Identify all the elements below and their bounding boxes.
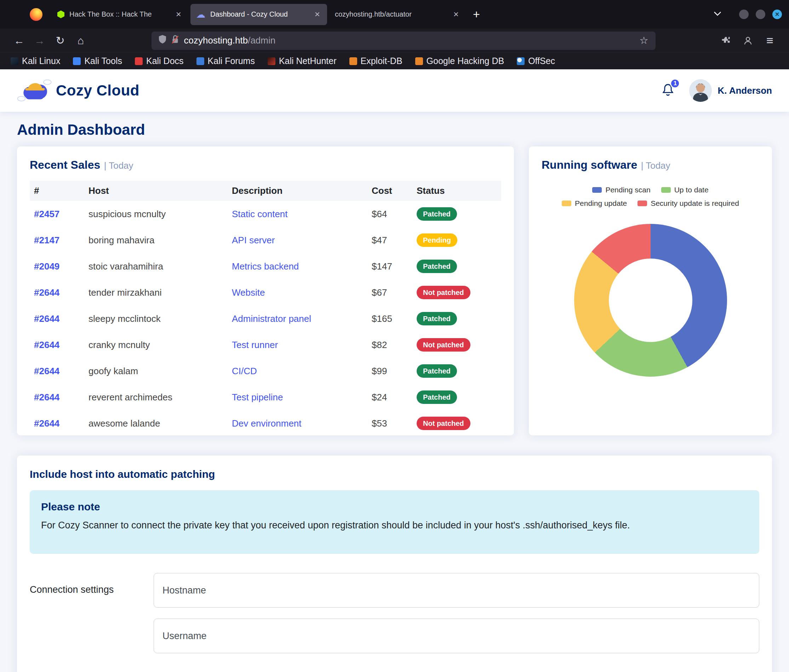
- window-close-button[interactable]: ×: [772, 10, 782, 19]
- sale-id-link[interactable]: #2644: [34, 392, 59, 403]
- host-cell: goofy kalam: [84, 358, 228, 384]
- bookmark-kali-forums[interactable]: Kali Forums: [196, 56, 255, 66]
- description-link[interactable]: Test runner: [232, 339, 278, 350]
- sale-id-link[interactable]: #2644: [34, 314, 59, 324]
- window-maximize-button[interactable]: [756, 10, 765, 19]
- bookmark-google-hacking-db[interactable]: Google Hacking DB: [415, 56, 505, 66]
- legend-swatch: [637, 201, 647, 206]
- table-row: #2644 reverent archimedes Test pipeline …: [30, 384, 501, 410]
- recent-sales-card: Recent Sales | Today # Host Description …: [17, 147, 514, 435]
- donut-chart: [574, 224, 727, 377]
- sale-id-link[interactable]: #2644: [34, 418, 59, 429]
- cost-cell: $99: [367, 358, 412, 384]
- description-link[interactable]: Administrator panel: [232, 314, 311, 324]
- list-all-tabs-chevron-icon[interactable]: [709, 8, 726, 21]
- window-minimize-button[interactable]: [739, 10, 749, 19]
- close-tab-icon[interactable]: ×: [313, 9, 321, 20]
- insecure-lock-icon[interactable]: [171, 35, 179, 46]
- table-row: #2644 goofy kalam CI/CD $99 Patched: [30, 358, 501, 384]
- column-header: Description: [228, 181, 367, 201]
- bookmark-offsec[interactable]: OffSec: [517, 56, 555, 66]
- bookmark-exploit-db[interactable]: Exploit-DB: [349, 56, 402, 66]
- account-icon[interactable]: [739, 32, 757, 50]
- url-bar[interactable]: cozyhosting.htb/admin ☆: [152, 32, 656, 50]
- close-tab-icon[interactable]: ×: [452, 9, 460, 20]
- brand-logo[interactable]: Cozy Cloud: [17, 76, 139, 105]
- reload-button[interactable]: ↻: [51, 32, 69, 50]
- tab-dashboard[interactable]: ☁ Dashboard - Cozy Cloud ×: [190, 4, 327, 25]
- window-controls: ×: [739, 10, 782, 19]
- description-link[interactable]: Dev environment: [232, 418, 302, 429]
- hostname-input[interactable]: [153, 573, 759, 608]
- column-header: Cost: [367, 181, 412, 201]
- legend-item: Security update is required: [637, 199, 739, 208]
- legend-item: Pending scan: [592, 186, 650, 194]
- cost-cell: $24: [367, 384, 412, 410]
- new-tab-button[interactable]: +: [468, 6, 485, 23]
- table-row: #2644 sleepy mcclintock Administrator pa…: [30, 306, 501, 332]
- bookmark-kali-docs[interactable]: Kali Docs: [135, 56, 184, 66]
- description-link[interactable]: Static content: [232, 209, 288, 219]
- legend-item: Up to date: [661, 186, 709, 194]
- bookmark-kali-linux[interactable]: Kali Linux: [11, 56, 60, 66]
- tab-title: Dashboard - Cozy Cloud: [210, 10, 308, 18]
- sale-id-link[interactable]: #2147: [34, 235, 59, 245]
- back-button[interactable]: ←: [10, 32, 28, 50]
- home-button[interactable]: ⌂: [72, 32, 90, 50]
- forward-button[interactable]: →: [30, 32, 49, 50]
- note-text: For Cozy Scanner to connect the private …: [41, 519, 748, 532]
- bell-icon: [661, 92, 675, 98]
- notifications-button[interactable]: 1: [659, 81, 677, 100]
- tracking-protection-shield-icon[interactable]: [158, 35, 166, 46]
- table-row: #2049 stoic varahamihira Metrics backend…: [30, 253, 501, 279]
- table-header-row: # Host Description Cost Status: [30, 181, 501, 201]
- page-title: Admin Dashboard: [17, 121, 772, 139]
- recent-sales-table: # Host Description Cost Status #2457 sus…: [30, 181, 501, 436]
- tab-hackthebox[interactable]: Hack The Box :: Hack The ×: [52, 4, 188, 25]
- status-badge: Not patched: [417, 286, 470, 299]
- column-header: Status: [412, 181, 501, 201]
- kali-docs-icon: [135, 57, 143, 65]
- sale-id-link[interactable]: #2644: [34, 366, 59, 376]
- description-link[interactable]: API server: [232, 235, 275, 245]
- bookmark-kali-nethunter[interactable]: Kali NetHunter: [268, 56, 337, 66]
- bookmark-star-icon[interactable]: ☆: [639, 35, 648, 46]
- table-row: #2644 cranky mcnulty Test runner $82 Not…: [30, 332, 501, 358]
- sale-id-link[interactable]: #2644: [34, 287, 59, 298]
- recent-sales-filter: | Today: [104, 160, 133, 171]
- host-cell: stoic varahamihira: [84, 253, 228, 279]
- note-title: Please note: [41, 501, 748, 513]
- kali-linux-icon: [11, 57, 18, 65]
- username-input[interactable]: [153, 619, 759, 653]
- url-text[interactable]: cozyhosting.htb/admin: [184, 35, 635, 46]
- google-hacking-db-icon: [415, 57, 423, 65]
- sale-id-link[interactable]: #2644: [34, 339, 59, 350]
- description-link[interactable]: Test pipeline: [232, 392, 283, 403]
- bookmark-kali-tools[interactable]: Kali Tools: [73, 56, 122, 66]
- sale-id-link[interactable]: #2049: [34, 261, 59, 272]
- firefox-logo-icon: [30, 8, 43, 21]
- menu-icon[interactable]: ≡: [761, 32, 779, 50]
- host-cell: tender mirzakhani: [84, 279, 228, 306]
- description-link[interactable]: Website: [232, 287, 265, 298]
- brand-name: Cozy Cloud: [56, 82, 139, 99]
- description-link[interactable]: CI/CD: [232, 366, 257, 376]
- sale-id-link[interactable]: #2457: [34, 209, 59, 219]
- legend-item: Pending update: [562, 199, 627, 208]
- extensions-icon[interactable]: [717, 32, 735, 50]
- column-header: #: [30, 181, 84, 201]
- profile-menu[interactable]: K. Anderson: [689, 79, 772, 102]
- cost-cell: $53: [367, 410, 412, 436]
- legend-swatch: [592, 187, 602, 193]
- table-row: #2147 boring mahavira API server $47 Pen…: [30, 227, 501, 253]
- table-row: #2644 awesome lalande Dev environment $5…: [30, 410, 501, 436]
- recent-sales-title: Recent Sales: [30, 158, 100, 171]
- patching-card: Include host into automatic patching Ple…: [17, 455, 772, 672]
- exploit-db-icon: [349, 57, 357, 65]
- legend-label: Pending update: [575, 199, 627, 208]
- close-tab-icon[interactable]: ×: [174, 9, 183, 20]
- description-link[interactable]: Metrics backend: [232, 261, 299, 272]
- cost-cell: $82: [367, 332, 412, 358]
- kali-nethunter-icon: [268, 57, 275, 65]
- tab-actuator[interactable]: cozyhosting.htb/actuator ×: [329, 4, 466, 25]
